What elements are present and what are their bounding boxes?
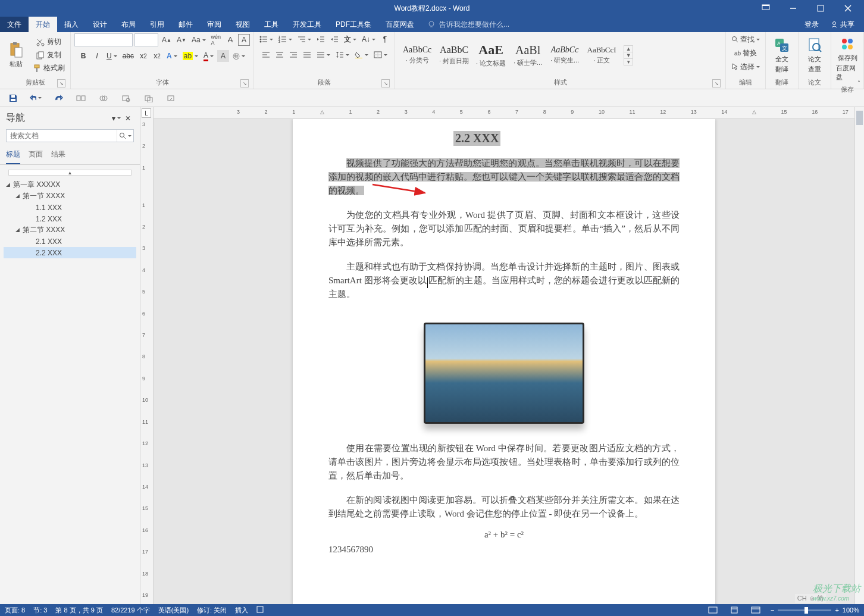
- highlight-button[interactable]: ab: [181, 50, 200, 62]
- asian-layout-button[interactable]: 文: [342, 33, 358, 45]
- check-label: 论文: [802, 77, 827, 89]
- char-shading-button[interactable]: A: [217, 50, 229, 62]
- tab-design[interactable]: 设计: [86, 17, 114, 32]
- style-item[interactable]: AaE· 论文标题: [472, 35, 509, 76]
- qat-btn-5[interactable]: [98, 92, 109, 104]
- collapse-ribbon-icon[interactable]: ˄: [857, 80, 860, 86]
- clear-format-button[interactable]: A: [224, 34, 236, 46]
- replace-button[interactable]: ab替换: [732, 47, 759, 59]
- qat-btn-6[interactable]: [120, 92, 132, 104]
- style-item[interactable]: AaBbCc· 分类号: [399, 35, 436, 76]
- qat-undo-button[interactable]: [30, 92, 42, 104]
- tab-baidu[interactable]: 百度网盘: [378, 17, 421, 32]
- maximize-button[interactable]: [807, 0, 834, 17]
- gallery-up[interactable]: ▲: [624, 46, 633, 52]
- multilevel-icon: [298, 36, 306, 43]
- numbering-button[interactable]: 123: [277, 33, 294, 45]
- strike-button[interactable]: abc: [121, 50, 136, 62]
- align-center-button[interactable]: [274, 49, 286, 61]
- tab-developer[interactable]: 开发工具: [286, 17, 328, 32]
- underline-button[interactable]: U: [105, 50, 119, 62]
- paste-button[interactable]: 粘贴: [4, 39, 29, 71]
- style-item[interactable]: AaBbCcI· 正文: [583, 35, 620, 76]
- tab-review[interactable]: 审阅: [200, 17, 228, 32]
- show-marks-button[interactable]: ¶: [379, 33, 391, 45]
- share-button[interactable]: 共享: [826, 20, 859, 30]
- tab-references[interactable]: 引用: [143, 17, 171, 32]
- svg-point-72: [848, 39, 853, 43]
- clipboard-label: 剪贴板: [26, 79, 45, 86]
- tab-insert[interactable]: 插入: [57, 17, 86, 32]
- shading-button[interactable]: [353, 49, 370, 61]
- copy-button[interactable]: 复制: [31, 49, 67, 61]
- text-effects-button[interactable]: A: [165, 50, 179, 62]
- shrink-font-button[interactable]: A▼: [175, 34, 188, 46]
- qat-redo-button[interactable]: [52, 92, 64, 104]
- svg-point-82: [126, 98, 130, 102]
- tab-pdf[interactable]: PDF工具集: [328, 17, 378, 32]
- minimize-button[interactable]: [780, 0, 807, 17]
- multilevel-button[interactable]: [296, 33, 313, 45]
- copy-icon: [36, 51, 45, 60]
- tab-file[interactable]: 文件: [0, 17, 29, 32]
- decrease-indent-button[interactable]: [315, 33, 327, 45]
- qat-save-button[interactable]: [7, 92, 19, 104]
- style-item[interactable]: AaBl· 硕士学...: [509, 35, 546, 76]
- baidu-save-button[interactable]: 保存到百度网盘: [835, 33, 860, 84]
- borders-button[interactable]: [372, 49, 389, 61]
- phonetic-guide-button[interactable]: wénA: [209, 34, 223, 46]
- align-justify-button[interactable]: [301, 49, 313, 61]
- translate-button[interactable]: A文全文翻译: [769, 35, 794, 76]
- line-spacing-button[interactable]: [334, 49, 351, 61]
- qat-btn-7[interactable]: [143, 92, 155, 104]
- italic-button[interactable]: I: [91, 50, 103, 62]
- change-case-button[interactable]: Aa: [190, 34, 208, 46]
- font-name-combo[interactable]: [74, 33, 133, 46]
- style-item[interactable]: AaBbC· 封面日期: [436, 35, 472, 76]
- group-check: 论文查重 论文: [799, 32, 831, 89]
- select-button[interactable]: 选择: [730, 61, 762, 73]
- close-button[interactable]: [834, 0, 862, 17]
- styles-label: 样式: [554, 79, 567, 86]
- font-label: 字体: [156, 79, 169, 86]
- gallery-more[interactable]: ▾: [624, 59, 633, 65]
- qat-btn-4[interactable]: [75, 92, 87, 104]
- font-dialog-launcher[interactable]: ↘: [240, 79, 249, 87]
- clipboard-dialog-launcher[interactable]: ↘: [57, 79, 65, 87]
- tab-mailings[interactable]: 邮件: [171, 17, 200, 32]
- enclose-char-button[interactable]: ㊕: [231, 50, 247, 62]
- align-right-button[interactable]: [287, 49, 299, 61]
- superscript-button[interactable]: x2: [151, 50, 163, 62]
- bold-button[interactable]: B: [77, 50, 89, 62]
- login-button[interactable]: 登录: [800, 20, 824, 30]
- numbering-icon: 123: [278, 36, 287, 43]
- align-distribute-button[interactable]: [315, 49, 332, 61]
- styles-dialog-launcher[interactable]: ↘: [712, 79, 721, 87]
- qat-btn-8[interactable]: [165, 92, 177, 104]
- gallery-down[interactable]: ▼: [624, 52, 633, 59]
- char-border-button[interactable]: A: [238, 34, 250, 46]
- font-color-button[interactable]: A: [202, 50, 215, 62]
- ribbon-options-icon[interactable]: [752, 0, 780, 17]
- sort-button[interactable]: A↓: [360, 33, 377, 45]
- style-item[interactable]: AaBbCc· 研究生...: [546, 35, 583, 76]
- align-left-button[interactable]: [260, 49, 272, 61]
- font-size-combo[interactable]: [134, 33, 158, 46]
- tab-layout[interactable]: 布局: [114, 17, 143, 32]
- check-button[interactable]: 论文查重: [802, 35, 827, 76]
- tab-tools[interactable]: 工具: [257, 17, 286, 32]
- format-painter-button[interactable]: 格式刷: [31, 62, 67, 74]
- tab-view[interactable]: 视图: [228, 17, 257, 32]
- bullets-button[interactable]: [258, 33, 275, 45]
- svg-point-18: [260, 36, 262, 38]
- grow-font-button[interactable]: A▲: [160, 34, 173, 46]
- subscript-button[interactable]: x2: [137, 50, 149, 62]
- paragraph-dialog-launcher[interactable]: ↘: [381, 79, 390, 87]
- increase-indent-button[interactable]: [328, 33, 340, 45]
- find-button[interactable]: 查找: [730, 33, 762, 45]
- cut-button[interactable]: 剪切: [31, 36, 67, 48]
- title-bar: Word教程2.docx - Word: [0, 0, 864, 17]
- tell-me[interactable]: 告诉我您想要做什么...: [421, 17, 795, 32]
- tab-home[interactable]: 开始: [29, 17, 57, 32]
- bucket-icon: [355, 51, 363, 58]
